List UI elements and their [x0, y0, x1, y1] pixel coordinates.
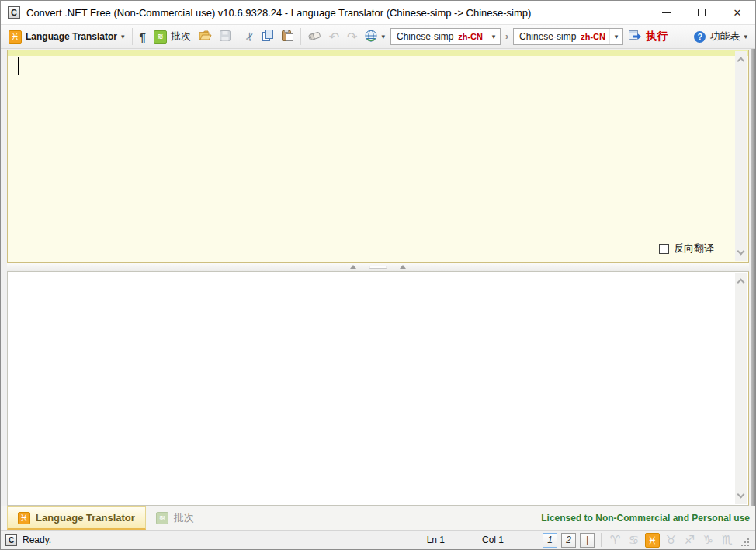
view-switcher: 1 2 | [543, 533, 595, 548]
close-button[interactable]: ✕ [720, 1, 755, 24]
scroll-down-icon[interactable] [737, 491, 745, 499]
batch-icon: ≋ [156, 512, 168, 524]
cut-button[interactable]: ✂ [241, 26, 258, 47]
line-indicator: Ln 1 [427, 534, 445, 545]
copy-button[interactable] [258, 26, 278, 47]
reverse-translate-checkbox[interactable]: 反向翻译 [659, 242, 714, 256]
chevron-down-icon: ▾ [609, 29, 622, 44]
copy-icon [262, 30, 274, 44]
license-text: Licensed to Non-Commercial and Personal … [541, 506, 750, 530]
view-box-1[interactable]: 1 [543, 533, 557, 548]
scissors-icon: ✂ [242, 30, 257, 43]
menu-button[interactable]: ? 功能表 ▾ [690, 26, 751, 47]
tool-switcher: ♈ ♋ ♓ ♉ ♐ ♑ ♏ [608, 533, 734, 548]
splitter-arrow-icon [400, 265, 406, 269]
translator-icon: ♓ [9, 30, 22, 44]
batch-button[interactable]: ≋ 批次 [150, 26, 195, 47]
chevron-down-icon: ▾ [487, 29, 500, 44]
execute-label: 执行 [646, 30, 668, 44]
reverse-translate-label: 反向翻译 [674, 242, 714, 256]
toolbar-separator [132, 28, 133, 45]
execute-button[interactable]: 执行 [625, 26, 671, 47]
undo-button[interactable]: ↶ [325, 26, 343, 47]
toolbar-separator [300, 28, 301, 45]
batch-icon: ≋ [154, 30, 167, 44]
result-text-area[interactable] [7, 271, 749, 506]
paste-button[interactable] [278, 26, 297, 47]
window-title: Convert .NET Free (Non-Commercial use) v… [26, 7, 531, 19]
app-window: C Convert .NET Free (Non-Commercial use)… [0, 0, 756, 550]
text-caret [18, 57, 19, 75]
tab-label: Language Translator [36, 512, 135, 524]
paragraph-icon: ¶ [140, 30, 146, 44]
tool-icon-capricorn[interactable]: ♑ [701, 533, 716, 548]
help-icon: ? [694, 31, 706, 43]
checkbox-icon[interactable] [659, 244, 669, 254]
splitter-grip [369, 266, 387, 269]
paste-icon [282, 30, 293, 44]
translate-engine-button[interactable]: ▾ [361, 26, 389, 47]
translator-mode-button[interactable]: ♓ Language Translator ▾ [5, 26, 129, 47]
source-language-code: zh-CN [458, 32, 483, 41]
scroll-up-icon[interactable] [737, 57, 745, 65]
view-box-caret[interactable]: | [580, 533, 595, 548]
chevron-down-icon: ▾ [744, 33, 747, 40]
save-icon [220, 30, 231, 44]
eraser-icon [308, 30, 321, 43]
language-direction-icon: › [505, 31, 508, 42]
chevron-down-icon: ▾ [121, 33, 125, 40]
splitter-arrow-icon [350, 265, 356, 269]
tab-batch[interactable]: ≋ 批次 [146, 506, 204, 530]
window-controls: ✕ [648, 1, 755, 24]
window-edge-shadow [751, 49, 755, 506]
maximize-button[interactable] [684, 1, 720, 24]
toolbar-separator [238, 28, 238, 45]
status-text: Ready. [23, 534, 51, 545]
minimize-button[interactable] [648, 1, 684, 24]
clear-button[interactable] [304, 26, 325, 47]
menu-label: 功能表 [709, 30, 740, 44]
maximize-icon [698, 9, 706, 16]
tool-icon-sagittarius[interactable]: ♐ [682, 533, 697, 548]
execute-icon [629, 30, 642, 44]
translator-mode-label: Language Translator [26, 31, 117, 42]
scrollbar-vertical[interactable] [735, 51, 747, 261]
globe-icon [365, 30, 377, 44]
toolbar: ♓ Language Translator ▾ ¶ ≋ 批次 ✂ [1, 24, 755, 49]
source-language-select[interactable]: Chinese-simp zh-CN ▾ [390, 28, 501, 45]
undo-icon: ↶ [329, 30, 339, 44]
tool-icon-taurus[interactable]: ♉ [664, 533, 678, 548]
format-marks-button[interactable]: ¶ [136, 26, 150, 47]
tool-icon-translator-active[interactable]: ♓ [645, 533, 660, 548]
open-folder-icon [199, 30, 212, 44]
view-box-2[interactable]: 2 [561, 533, 576, 548]
redo-button[interactable]: ↷ [343, 26, 361, 47]
app-icon-small: C [5, 534, 17, 546]
resize-grip[interactable] [740, 537, 751, 549]
redo-icon: ↷ [347, 30, 357, 44]
tool-icon-scorpio[interactable]: ♏ [720, 533, 734, 548]
content-area: 反向翻译 [1, 49, 755, 506]
save-button[interactable] [216, 26, 234, 47]
source-language-name: Chinese-simp [391, 31, 458, 42]
minimize-icon [662, 12, 671, 13]
target-language-select[interactable]: Chinese-simp zh-CN ▾ [513, 28, 623, 45]
open-file-button[interactable] [195, 26, 216, 47]
source-text-area[interactable]: 反向翻译 [7, 50, 749, 263]
titlebar: C Convert .NET Free (Non-Commercial use)… [1, 1, 755, 24]
tool-icon-cancer[interactable]: ♋ [626, 533, 641, 548]
batch-label: 批次 [171, 30, 191, 44]
scroll-up-icon[interactable] [737, 279, 745, 287]
scroll-down-icon[interactable] [737, 248, 745, 256]
statusbar-separator [601, 533, 602, 547]
app-icon: C [8, 6, 20, 19]
tabbar: ♓ Language Translator ≋ 批次 Licensed to N… [1, 506, 755, 530]
tab-label: 批次 [174, 511, 194, 525]
chevron-down-icon: ▾ [381, 33, 385, 40]
scrollbar-vertical[interactable] [735, 273, 747, 504]
tool-icon-aries[interactable]: ♈ [608, 533, 622, 548]
target-language-code: zh-CN [581, 32, 605, 41]
tab-language-translator[interactable]: ♓ Language Translator [7, 506, 146, 530]
pane-splitter[interactable] [7, 263, 749, 271]
column-indicator: Col 1 [482, 534, 504, 545]
